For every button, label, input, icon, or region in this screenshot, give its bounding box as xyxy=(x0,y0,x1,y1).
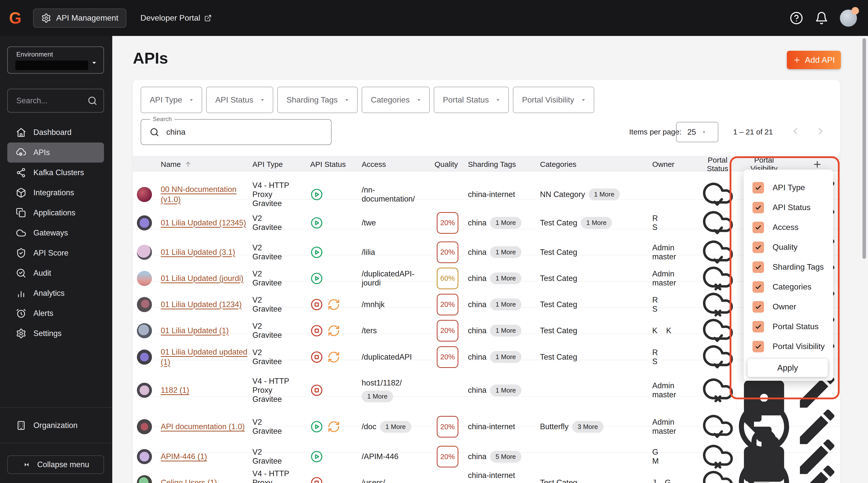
api-access: /APIM-446 xyxy=(362,452,425,461)
checkbox-checked[interactable] xyxy=(752,222,764,233)
api-name-link[interactable]: 00 NN-documentation (v1.0) xyxy=(161,184,252,205)
more-chip[interactable]: 1 More xyxy=(490,246,521,258)
filter-portal-status[interactable]: Portal Status xyxy=(434,87,509,113)
checkbox-checked[interactable] xyxy=(752,261,764,273)
sidebar-item-alerts[interactable]: Alerts xyxy=(7,303,104,324)
sidebar-item-api-score[interactable]: API Score xyxy=(7,243,104,263)
sidebar-item-integrations[interactable]: Integrations xyxy=(7,183,104,203)
checkbox-checked[interactable] xyxy=(752,281,764,293)
more-chip[interactable]: 1 More xyxy=(588,188,620,200)
api-name-link[interactable]: API documentation (1.0) xyxy=(161,422,245,432)
column-header-name[interactable]: Name xyxy=(161,160,252,169)
sidebar-item-gateways[interactable]: Gateways xyxy=(7,223,104,243)
quality-badge[interactable]: 20% xyxy=(437,416,458,437)
column-option-portal-visibility[interactable]: Portal Visibility xyxy=(744,336,833,356)
more-chip[interactable]: 1 More xyxy=(490,299,521,310)
column-option-quality[interactable]: Quality xyxy=(744,237,833,257)
copy-icon xyxy=(16,208,26,218)
api-access: /ters xyxy=(362,326,425,335)
sidebar-item-settings[interactable]: Settings xyxy=(7,324,104,343)
api-name-link[interactable]: 01 Lilia Updated (1234) xyxy=(161,300,242,310)
api-name-link[interactable]: 1182 (1) xyxy=(161,385,189,395)
quality-badge[interactable]: 60% xyxy=(437,268,458,289)
filter-api-status[interactable]: API Status xyxy=(206,87,273,113)
checkbox-checked[interactable] xyxy=(752,241,764,253)
sidebar-item-apis[interactable]: APIs xyxy=(7,143,104,162)
sidebar-item-analytics[interactable]: Analytics xyxy=(7,283,104,303)
page-scrollbar[interactable] xyxy=(863,38,866,259)
more-chip[interactable]: 1 More xyxy=(362,391,393,402)
filter-portal-visibility[interactable]: Portal Visibility xyxy=(513,87,594,113)
checkbox-checked[interactable] xyxy=(752,321,764,332)
more-chip[interactable]: 1 More xyxy=(380,421,411,433)
user-avatar[interactable] xyxy=(840,9,857,27)
more-chip[interactable]: 1 More xyxy=(581,217,612,229)
quality-badge[interactable]: 20% xyxy=(437,320,458,341)
play-circle-icon xyxy=(310,450,323,463)
more-chip[interactable]: 1 More xyxy=(490,217,521,229)
column-option-portal-status[interactable]: Portal Status xyxy=(744,316,833,336)
checkbox-checked[interactable] xyxy=(752,202,764,213)
help-icon[interactable] xyxy=(789,11,803,25)
api-status xyxy=(310,450,362,463)
environment-select[interactable]: Environment xyxy=(7,47,104,73)
column-option-categories[interactable]: Categories xyxy=(744,277,833,297)
checkbox-checked[interactable] xyxy=(752,341,764,352)
items-per-page-select[interactable]: 25 xyxy=(676,122,718,142)
quality-badge[interactable]: 20% xyxy=(437,212,458,234)
add-api-button[interactable]: Add API xyxy=(787,51,841,69)
api-avatar xyxy=(137,383,152,398)
table-search-field[interactable]: Search china xyxy=(141,119,332,145)
quality-badge[interactable]: 20% xyxy=(437,346,458,368)
api-name-link[interactable]: 01 Lilia Updated (1) xyxy=(161,326,229,336)
more-chip[interactable]: 1 More xyxy=(490,325,521,336)
sidebar-item-audit[interactable]: Audit xyxy=(7,263,104,283)
more-chip[interactable]: 1 More xyxy=(490,272,521,284)
quality-badge[interactable]: 20% xyxy=(437,241,458,263)
api-access: /twe xyxy=(362,218,425,228)
checkbox-checked[interactable] xyxy=(752,182,764,193)
more-chip[interactable]: 3 More xyxy=(572,421,603,433)
checkbox-checked[interactable] xyxy=(752,301,764,312)
search-field-label: Search xyxy=(150,116,174,123)
column-option-api-status[interactable]: API Status xyxy=(744,198,833,217)
sidebar-item-dashboard[interactable]: Dashboard xyxy=(7,122,104,143)
api-name-link[interactable]: 01 Lilia Updated (3.1) xyxy=(161,247,235,257)
next-page-button[interactable] xyxy=(815,126,826,137)
apply-button[interactable]: Apply xyxy=(747,359,828,377)
developer-portal-link[interactable]: Developer Portal xyxy=(141,13,212,23)
api-name-link[interactable]: 01 Lilia Updated updated (1) xyxy=(161,347,252,367)
column-option-owner[interactable]: Owner xyxy=(744,297,833,316)
sharding-tags: china1 More xyxy=(458,246,530,258)
filter-api-type[interactable]: API Type xyxy=(141,87,202,113)
api-name-link[interactable]: Celigo Users (1) xyxy=(161,478,217,483)
column-option-api-type[interactable]: API Type xyxy=(744,178,833,198)
collapse-menu-button[interactable]: Collapse menu xyxy=(7,455,104,474)
column-option-access[interactable]: Access xyxy=(744,217,833,237)
gravitee-logo-icon[interactable]: G xyxy=(9,10,22,26)
sidebar-search-placeholder: Search... xyxy=(16,96,87,105)
api-name-link[interactable]: APIM-446 (1) xyxy=(161,452,207,462)
more-chip[interactable]: 1 More xyxy=(490,385,521,396)
sidebar-item-organization[interactable]: Organization xyxy=(7,415,104,435)
more-chip[interactable]: 1 More xyxy=(490,351,521,363)
column-option-sharding-tags[interactable]: Sharding Tags xyxy=(744,257,833,277)
api-access: /users/ xyxy=(362,478,425,483)
edit-pencil-icon[interactable] xyxy=(794,460,840,483)
filter-categories[interactable]: Categories xyxy=(362,87,430,113)
notifications-bell-icon[interactable] xyxy=(815,11,828,25)
table-header: Name API Type API Status Access Quality … xyxy=(133,156,840,171)
quality-badge[interactable]: 20% xyxy=(437,446,458,467)
sidebar-item-kafka-clusters[interactable]: Kafka Clusters xyxy=(7,162,104,183)
sharding-tags: china-internet xyxy=(458,422,530,431)
sidebar-item-applications[interactable]: Applications xyxy=(7,203,104,223)
api-management-button[interactable]: API Management xyxy=(33,8,126,28)
api-name-link[interactable]: 01 Lilia Updated (12345) xyxy=(161,218,246,228)
more-chip[interactable]: 5 More xyxy=(490,451,521,463)
sidebar-search-input[interactable]: Search... xyxy=(7,89,104,113)
filter-sharding-tags[interactable]: Sharding Tags xyxy=(277,87,358,113)
quality-badge[interactable]: 20% xyxy=(437,294,458,315)
add-column-icon[interactable] xyxy=(812,159,822,170)
previous-page-button[interactable] xyxy=(790,126,801,137)
api-name-link[interactable]: 01 Lilia Updated (jourdi) xyxy=(161,273,243,283)
